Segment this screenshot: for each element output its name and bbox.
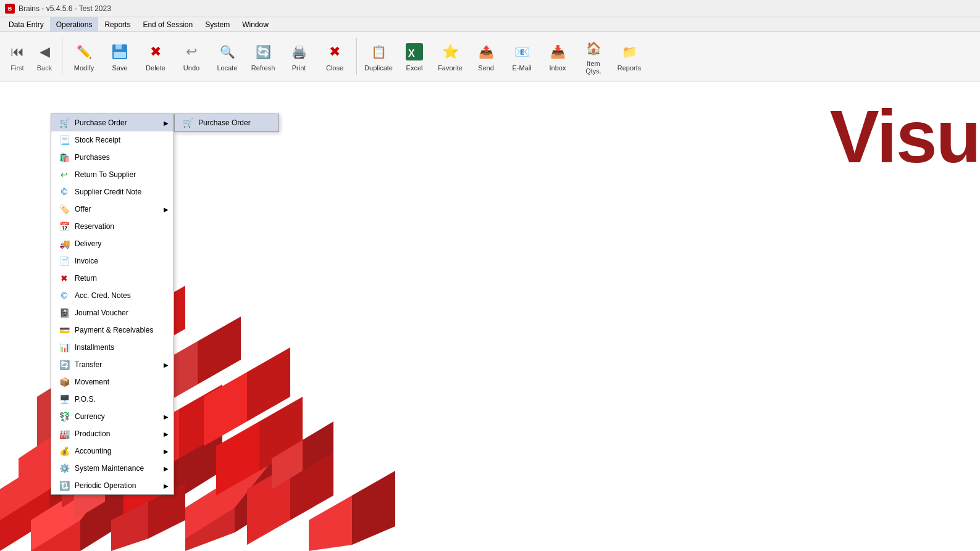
reservation-label: Reservation	[75, 222, 114, 231]
operations-stock-receipt[interactable]: 📃 Stock Receipt	[51, 131, 174, 149]
system-maintenance-label: System Maintenance	[75, 464, 144, 473]
journal-voucher-icon: 📓	[59, 307, 70, 318]
duplicate-button[interactable]: 📋 Duplicate	[362, 36, 395, 78]
return-label: Return	[75, 274, 97, 283]
app-icon: B	[5, 4, 15, 14]
purchase-order-submenu-item[interactable]: 🛒 Purchase Order	[175, 114, 279, 131]
toolbar-separator-1	[62, 38, 62, 75]
svg-marker-34	[198, 317, 241, 384]
item-qtys-button[interactable]: 🏠 Item Qtys.	[577, 36, 610, 78]
main-content: Visu 🛒 Purchase Order ▶ 📃 Stock Receipt …	[0, 81, 980, 551]
item-qtys-icon: 🏠	[584, 39, 603, 57]
purchases-icon: 🛍️	[59, 152, 70, 163]
duplicate-icon: 📋	[369, 42, 388, 62]
production-label: Production	[75, 429, 110, 438]
operations-movement[interactable]: 📦 Movement	[51, 373, 174, 391]
operations-installments[interactable]: 📊 Installments	[51, 339, 174, 356]
locate-button[interactable]: 🔍 Locate	[211, 36, 244, 78]
invoice-icon: 📄	[59, 255, 70, 267]
favorite-button[interactable]: ⭐ Favorite	[433, 36, 467, 78]
undo-button[interactable]: ↩ Undo	[175, 36, 208, 78]
email-button[interactable]: 📧 E-Mail	[505, 36, 538, 78]
excel-label: Excel	[406, 64, 423, 72]
close-button[interactable]: ✖ Close	[318, 36, 351, 78]
close-icon: ✖	[325, 42, 345, 62]
operations-payment-receivables[interactable]: 💳 Payment & Receivables	[51, 321, 174, 339]
pos-label: P.O.S.	[75, 395, 96, 404]
acc-cred-notes-label: Acc. Cred. Notes	[75, 291, 131, 300]
reports-icon: 📁	[619, 42, 639, 62]
back-button[interactable]: ◀ Back	[32, 36, 57, 78]
transfer-icon: 🔄	[59, 359, 70, 370]
app-title: Brains - v5.4.5.6 - Test 2023	[19, 4, 111, 13]
operations-production[interactable]: 🏭 Production ▶	[51, 425, 174, 442]
toolbar: ⏮ First ◀ Back ✏️ Modify Save ✖ Delete ↩…	[0, 32, 980, 81]
back-label: Back	[37, 64, 52, 72]
save-icon	[110, 42, 130, 62]
transfer-arrow: ▶	[164, 362, 169, 368]
refresh-button[interactable]: 🔄 Refresh	[246, 36, 280, 78]
operations-purchase-order[interactable]: 🛒 Purchase Order ▶	[51, 114, 174, 131]
modify-icon: ✏️	[74, 42, 94, 62]
first-button[interactable]: ⏮ First	[5, 36, 30, 78]
menu-data-entry[interactable]: Data Entry	[2, 17, 50, 32]
operations-return[interactable]: ✖ Return	[51, 270, 174, 287]
send-button[interactable]: 📤 Send	[469, 36, 503, 78]
currency-icon: 💱	[59, 411, 70, 422]
currency-arrow: ▶	[164, 413, 169, 420]
acc-cred-notes-icon: ©	[59, 290, 70, 301]
svg-text:X: X	[408, 48, 415, 59]
print-button[interactable]: 🖨️ Print	[282, 36, 316, 78]
operations-supplier-credit-note[interactable]: © Supplier Credit Note	[51, 183, 174, 201]
svg-marker-32	[352, 471, 395, 545]
undo-icon: ↩	[182, 42, 201, 62]
delete-button[interactable]: ✖ Delete	[139, 36, 172, 78]
currency-label: Currency	[75, 412, 105, 421]
save-button[interactable]: Save	[103, 36, 136, 78]
supplier-credit-note-icon: ©	[59, 186, 70, 197]
excel-button[interactable]: X Excel	[398, 36, 431, 78]
close-label: Close	[326, 64, 343, 72]
send-label: Send	[478, 64, 494, 72]
locate-icon: 🔍	[217, 42, 237, 62]
undo-label: Undo	[183, 64, 199, 72]
operations-delivery[interactable]: 🚚 Delivery	[51, 235, 174, 252]
modify-button[interactable]: ✏️ Modify	[67, 36, 101, 78]
operations-periodic-operation[interactable]: 🔃 Periodic Operation ▶	[51, 477, 174, 494]
operations-acc-cred-notes[interactable]: © Acc. Cred. Notes	[51, 287, 174, 304]
pos-icon: 🖥️	[59, 394, 70, 405]
favorite-label: Favorite	[438, 64, 463, 72]
system-maintenance-arrow: ▶	[164, 465, 169, 472]
operations-reservation[interactable]: 📅 Reservation	[51, 218, 174, 235]
operations-transfer[interactable]: 🔄 Transfer ▶	[51, 356, 174, 373]
journal-voucher-label: Journal Voucher	[75, 309, 128, 317]
payment-receivables-label: Payment & Receivables	[75, 326, 153, 334]
first-icon: ⏮	[7, 42, 27, 62]
operations-dropdown: 🛒 Purchase Order ▶ 📃 Stock Receipt 🛍️ Pu…	[51, 114, 174, 495]
operations-system-maintenance[interactable]: ⚙️ System Maintenance ▶	[51, 460, 174, 477]
installments-label: Installments	[75, 343, 114, 352]
invoice-label: Invoice	[75, 257, 98, 265]
payment-receivables-icon: 💳	[59, 325, 70, 336]
operations-currency[interactable]: 💱 Currency ▶	[51, 408, 174, 425]
operations-accounting[interactable]: 💰 Accounting ▶	[51, 442, 174, 460]
purchases-label: Purchases	[75, 153, 110, 162]
operations-journal-voucher[interactable]: 📓 Journal Voucher	[51, 304, 174, 321]
menu-window[interactable]: Window	[236, 17, 275, 32]
inbox-button[interactable]: 📥 Inbox	[541, 36, 574, 78]
menu-end-of-session[interactable]: End of Session	[136, 17, 199, 32]
operations-pos[interactable]: 🖥️ P.O.S.	[51, 391, 174, 408]
purchase-order-arrow: ▶	[164, 120, 169, 126]
system-maintenance-icon: ⚙️	[59, 463, 70, 474]
menu-operations[interactable]: Operations	[50, 17, 99, 32]
back-icon: ◀	[35, 42, 54, 62]
operations-offer[interactable]: 🏷️ Offer ▶	[51, 201, 174, 218]
purchase-order-submenu: 🛒 Purchase Order	[174, 114, 279, 132]
reports-button[interactable]: 📁 Reports	[613, 36, 646, 78]
operations-purchases[interactable]: 🛍️ Purchases	[51, 149, 174, 166]
operations-invoice[interactable]: 📄 Invoice	[51, 252, 174, 270]
menu-system[interactable]: System	[199, 17, 236, 32]
menu-reports[interactable]: Reports	[98, 17, 136, 32]
inbox-icon: 📥	[548, 42, 567, 62]
operations-return-to-supplier[interactable]: ↩ Return To Supplier	[51, 166, 174, 183]
